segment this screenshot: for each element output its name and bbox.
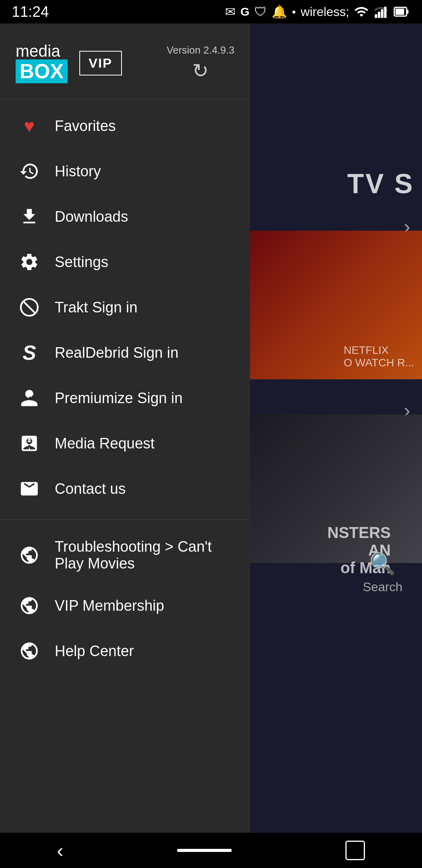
menu-item-troubleshooting[interactable]: Troubleshooting > Can't Play Movies — [0, 527, 250, 583]
version-refresh-container: Version 2.4.9.3 ↻ — [167, 44, 234, 82]
drawer-header: media BOX VIP Version 2.4.9.3 ↻ — [0, 23, 250, 99]
menu-label-premiumize: Premiumize Sign in — [55, 390, 182, 407]
svg-rect-1 — [378, 12, 380, 18]
dot-icon: ● — [292, 8, 296, 16]
mediarequest-icon — [18, 432, 41, 455]
menu-label-realdebrid: RealDebrid Sign in — [55, 344, 179, 361]
menu-list: ♥ Favorites History Downloads — [0, 99, 250, 515]
download-icon — [18, 205, 41, 228]
menu-item-mediarequest[interactable]: Media Request — [0, 421, 250, 466]
status-icons: ✉ G 🛡 🔔 ● wireless; — [225, 4, 410, 19]
svg-rect-6 — [395, 9, 404, 15]
menu-item-trakt[interactable]: Trakt Sign in — [0, 285, 250, 330]
status-bar: 11:24 ✉ G 🛡 🔔 ● wireless; — [0, 0, 422, 23]
menu-label-troubleshooting: Troubleshooting > Can't Play Movies — [55, 538, 232, 572]
menu-label-downloads: Downloads — [55, 208, 128, 225]
premiumize-icon — [18, 386, 41, 410]
menu-label-helpcenter: Help Center — [55, 643, 134, 660]
menu-item-helpcenter[interactable]: Help Center — [0, 628, 250, 674]
navigation-drawer: media BOX VIP Version 2.4.9.3 ↻ ♥ Favori… — [0, 23, 250, 868]
google-icon: G — [240, 5, 249, 18]
battery-icon — [393, 4, 410, 19]
svg-line-8 — [23, 301, 36, 314]
logo-media-text: media — [16, 43, 60, 59]
menu-item-settings[interactable]: Settings — [0, 239, 250, 285]
bg-netflix-label: NETFLIXO WATCH R... — [344, 344, 414, 369]
bg-search-text: Search — [363, 580, 402, 594]
globe-icon-troubleshooting — [18, 543, 41, 567]
svg-rect-0 — [375, 14, 377, 18]
svg-rect-2 — [381, 9, 383, 18]
refresh-icon[interactable]: ↻ — [192, 59, 209, 82]
bg-search-area: 🔍 Search — [363, 551, 402, 594]
bell-icon: 🔔 — [272, 4, 287, 19]
app-logo: media BOX — [16, 43, 68, 83]
recents-button[interactable] — [345, 841, 365, 860]
web-menu-list: Troubleshooting > Can't Play Movies VIP … — [0, 524, 250, 678]
wifi-icon-svg — [354, 4, 369, 19]
menu-label-trakt: Trakt Sign in — [55, 299, 138, 316]
vip-badge[interactable]: VIP — [79, 51, 122, 75]
menu-item-premiumize[interactable]: Premiumize Sign in — [0, 375, 250, 421]
menu-label-history: History — [55, 163, 101, 180]
svg-rect-10 — [28, 441, 31, 442]
settings-icon — [18, 250, 41, 274]
message-icon: ✉ — [225, 4, 236, 19]
globe-icon-helpcenter — [18, 639, 41, 663]
globe-icon-vip — [18, 594, 41, 617]
svg-rect-3 — [384, 7, 386, 18]
menu-label-mediarequest: Media Request — [55, 435, 155, 452]
history-icon — [18, 160, 41, 183]
back-button[interactable]: ‹ — [57, 839, 64, 862]
logo-box-text: BOX — [16, 59, 68, 83]
menu-item-favorites[interactable]: ♥ Favorites — [0, 103, 250, 149]
trakt-icon — [18, 296, 41, 319]
menu-label-contact: Contact us — [55, 481, 126, 497]
menu-divider — [0, 519, 250, 520]
menu-item-history[interactable]: History — [0, 149, 250, 194]
menu-label-favorites: Favorites — [55, 118, 116, 135]
menu-item-vip[interactable]: VIP Membership — [0, 583, 250, 628]
menu-label-settings: Settings — [55, 254, 108, 271]
svg-rect-9 — [28, 439, 31, 440]
wifi-icon: wireless; — [301, 5, 349, 19]
menu-item-downloads[interactable]: Downloads — [0, 194, 250, 239]
contact-icon — [18, 477, 41, 500]
bg-search-icon: 🔍 — [369, 551, 396, 577]
bottom-nav-bar: ‹ — [0, 833, 422, 868]
bg-tv-label: TV S — [347, 168, 414, 199]
svg-rect-5 — [407, 10, 409, 14]
home-button[interactable] — [177, 849, 232, 852]
version-text: Version 2.4.9.3 — [167, 44, 234, 56]
menu-item-realdebrid[interactable]: S RealDebrid Sign in — [0, 330, 250, 375]
realdebrid-icon: S — [18, 341, 41, 364]
menu-label-vip: VIP Membership — [55, 597, 164, 614]
heart-icon: ♥ — [18, 114, 41, 138]
status-time: 11:24 — [12, 4, 49, 20]
signal-icon — [374, 4, 388, 19]
shield-icon: 🛡 — [254, 5, 267, 19]
menu-item-contact[interactable]: Contact us — [0, 466, 250, 511]
